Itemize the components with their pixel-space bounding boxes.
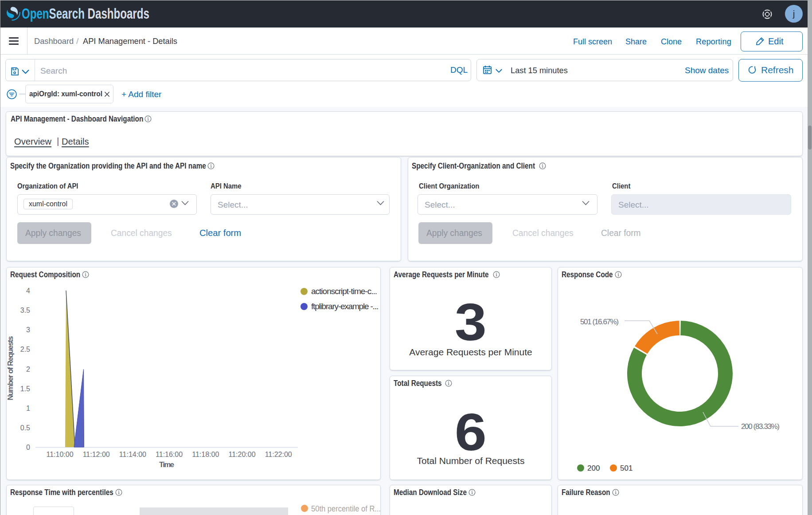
svg-text:ftplibrary-example -...: ftplibrary-example -... [311,302,379,311]
svg-text:11:20:00: 11:20:00 [228,451,255,458]
svg-text:11:16:00: 11:16:00 [156,451,183,458]
svg-text:11:22:00: 11:22:00 [265,451,292,458]
svg-text:200 (83.33%): 200 (83.33%) [741,422,780,431]
svg-text:501 (16.67%): 501 (16.67%) [580,318,619,326]
svg-text:0: 0 [26,444,30,451]
svg-text:3: 3 [26,326,30,334]
svg-text:3.5: 3.5 [20,307,30,314]
svg-text:11:10:00: 11:10:00 [46,451,73,458]
svg-text:200: 200 [587,464,600,472]
svg-text:501: 501 [620,464,632,472]
svg-text:2: 2 [26,366,30,373]
svg-text:11:12:00: 11:12:00 [83,451,110,458]
svg-text:4: 4 [26,287,30,295]
svg-text:0.5: 0.5 [20,424,30,432]
svg-text:actionscript-time-c...: actionscript-time-c... [311,287,377,296]
svg-text:1: 1 [26,405,30,412]
svg-text:Time: Time [159,460,174,469]
svg-text:11:14:00: 11:14:00 [119,451,146,458]
svg-text:Number of Requests: Number of Requests [6,336,15,401]
svg-text:11:18:00: 11:18:00 [192,451,219,458]
svg-text:2.5: 2.5 [20,346,30,353]
svg-text:1.5: 1.5 [20,385,30,393]
